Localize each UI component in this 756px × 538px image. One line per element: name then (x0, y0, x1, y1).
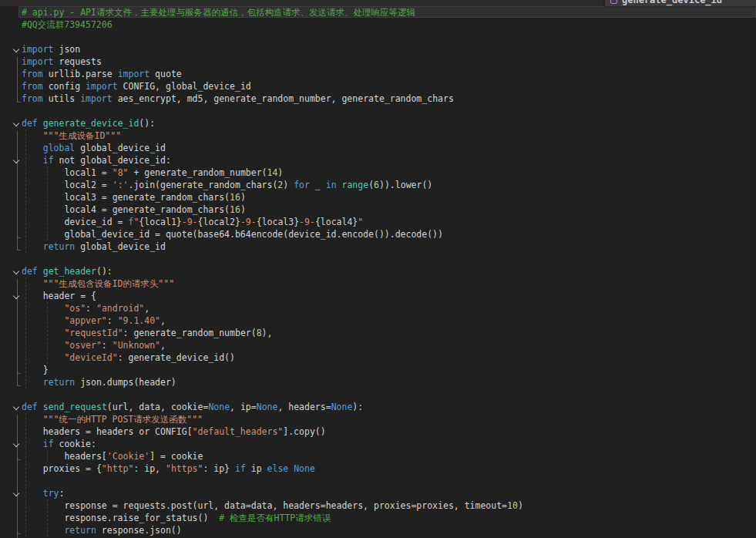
code-text: from config import CONFIG, global_device… (22, 81, 251, 92)
fold-chevron-icon[interactable] (13, 157, 19, 163)
code-line[interactable]: headers = headers or CONFIG["default_hea… (0, 425, 756, 438)
code-line[interactable] (0, 475, 756, 487)
code-line[interactable]: device_id = f"{local1}-9-{local2}-9-{loc… (0, 216, 756, 228)
fold-chevron-icon[interactable] (13, 404, 19, 410)
code-editor[interactable]: # api.py - API请求文件，主要处理与服务器的通信，包括构造请求、发送… (0, 6, 756, 538)
fold-chevron-icon[interactable] (13, 120, 19, 126)
code-line[interactable]: "requestId": generate_random_number(8), (0, 327, 756, 339)
fold-chevron-icon[interactable] (13, 441, 19, 447)
code-line[interactable]: response = requests.post(url, data=data,… (0, 499, 756, 512)
code-line[interactable]: global_device_id = quote(base64.b64encod… (0, 228, 756, 240)
code-line[interactable]: response.raise_for_status() # 检查是否有HTTP请… (0, 512, 756, 524)
code-line[interactable]: "osver": "Unknown", (0, 339, 756, 351)
code-line[interactable]: from config import CONFIG, global_device… (0, 80, 756, 92)
code-text: from utils import aes_encrypt, md5, gene… (22, 93, 454, 104)
code-line[interactable]: from urllib.parse import quote (0, 68, 756, 80)
code-text: """生成包含设备ID的请求头""" (22, 278, 174, 289)
fold-rail (17, 168, 21, 238)
code-text: header = { (22, 291, 96, 301)
code-line[interactable]: local1 = "8" + generate_random_number(14… (0, 166, 756, 179)
code-line[interactable]: } (0, 364, 756, 376)
code-line[interactable] (0, 105, 756, 117)
code-text: #QQ交流群739457206 (22, 19, 113, 30)
code-line[interactable]: "appver": "9.1.40", (0, 314, 756, 327)
code-text: # api.py - API请求文件，主要处理与服务器的通信，包括构造请求、发送… (22, 7, 415, 18)
code-line[interactable]: def get_header(): (0, 265, 756, 277)
code-text: return response.json() (22, 525, 182, 536)
code-text: global global_device_id (22, 143, 166, 153)
code-line[interactable] (0, 253, 756, 265)
code-line[interactable]: from utils import aes_encrypt, md5, gene… (0, 92, 756, 105)
fold-rail (17, 452, 21, 460)
code-text: import requests (22, 56, 102, 67)
code-text: """生成设备ID""" (22, 130, 121, 141)
code-line[interactable]: import json (0, 43, 756, 55)
code-line[interactable]: headers['Cookie'] = cookie (0, 450, 756, 462)
fold-rail (17, 501, 21, 534)
code-line[interactable]: """生成设备ID""" (0, 129, 756, 142)
suggest-widget[interactable]: generate_device_id (603, 0, 756, 6)
code-text: local2 = ':'.join(generate_random_chars(… (22, 180, 432, 190)
code-text: "osver": "Unknown", (22, 340, 166, 351)
code-text: """统一的HTTP POST请求发送函数""" (22, 414, 203, 425)
code-line[interactable]: local4 = generate_random_chars(16) (0, 203, 756, 216)
code-text: local1 = "8" + generate_random_number(14… (22, 167, 283, 178)
code-line[interactable]: #QQ交流群739457206 (0, 18, 756, 31)
code-text: } (22, 365, 49, 375)
code-line[interactable]: """生成包含设备ID的请求头""" (0, 277, 756, 290)
code-text: "deviceId": generate_device_id() (22, 352, 235, 363)
code-text: import json (22, 44, 80, 55)
fold-rail (17, 304, 21, 374)
fold-chevron-icon[interactable] (13, 268, 19, 274)
code-line[interactable]: local3 = generate_random_chars(16) (0, 191, 756, 203)
code-line[interactable]: def send_request(url, data, cookie=None,… (0, 401, 756, 413)
code-text: proxies = {"http": ip, "https": ip} if i… (22, 463, 315, 474)
code-text: try: (22, 488, 64, 499)
code-line[interactable]: # api.py - API请求文件，主要处理与服务器的通信，包括构造请求、发送… (0, 6, 756, 18)
code-text: device_id = f"{local1}-9-{local2}-9-{loc… (22, 217, 363, 227)
fold-chevron-icon[interactable] (13, 490, 19, 496)
fold-chevron-icon[interactable] (13, 46, 19, 52)
code-text: local4 = generate_random_chars(16) (22, 204, 246, 215)
code-text: if cookie: (22, 439, 96, 449)
code-text: headers['Cookie'] = cookie (22, 451, 203, 462)
method-icon (610, 0, 617, 4)
code-text: response.raise_for_status() # 检查是否有HTTP请… (22, 513, 331, 523)
code-line[interactable]: if not global_device_id: (0, 154, 756, 166)
code-line[interactable]: local2 = ':'.join(generate_random_chars(… (0, 179, 756, 191)
code-line[interactable]: def generate_device_id(): (0, 117, 756, 129)
code-text: return global_device_id (22, 241, 166, 252)
code-line[interactable]: import requests (0, 55, 756, 68)
code-text: if not global_device_id: (22, 155, 171, 166)
code-line[interactable]: if cookie: (0, 438, 756, 450)
code-line[interactable] (0, 388, 756, 401)
editor-top-strip: generate_device_id (0, 0, 756, 6)
code-line[interactable]: """统一的HTTP POST请求发送函数""" (0, 413, 756, 425)
code-line[interactable] (0, 31, 756, 43)
suggestion-label: generate_device_id (622, 0, 722, 6)
fold-chevron-icon[interactable] (13, 293, 19, 299)
code-text: headers = headers or CONFIG["default_hea… (22, 426, 326, 437)
code-line[interactable]: return json.dumps(header) (0, 376, 756, 388)
code-text: def get_header(): (22, 266, 113, 277)
code-text: global_device_id = quote(base64.b64encod… (22, 229, 443, 240)
code-text: "os": "android", (22, 303, 150, 314)
fold-rail (17, 57, 21, 103)
code-text: local3 = generate_random_chars(16) (22, 192, 246, 203)
code-line[interactable]: global global_device_id (0, 142, 756, 154)
code-text: def send_request(url, data, cookie=None,… (22, 402, 363, 412)
code-text: response = requests.post(url, data=data,… (22, 500, 523, 511)
code-line[interactable]: header = { (0, 290, 756, 302)
code-text: "requestId": generate_random_number(8), (22, 328, 272, 338)
code-line[interactable]: return response.json() (0, 524, 756, 536)
code-line[interactable]: return global_device_id (0, 240, 756, 253)
code-text: from urllib.parse import quote (22, 69, 182, 79)
code-line[interactable]: try: (0, 487, 756, 499)
code-line[interactable]: proxies = {"http": ip, "https": ip} if i… (0, 462, 756, 475)
code-line[interactable]: "os": "android", (0, 302, 756, 314)
code-text: def generate_device_id(): (22, 118, 155, 129)
code-text: return json.dumps(header) (22, 377, 176, 388)
code-line[interactable]: "deviceId": generate_device_id() (0, 351, 756, 364)
suggest-widget-row: generate_device_id (610, 0, 722, 6)
code-text: "appver": "9.1.40", (22, 315, 166, 326)
